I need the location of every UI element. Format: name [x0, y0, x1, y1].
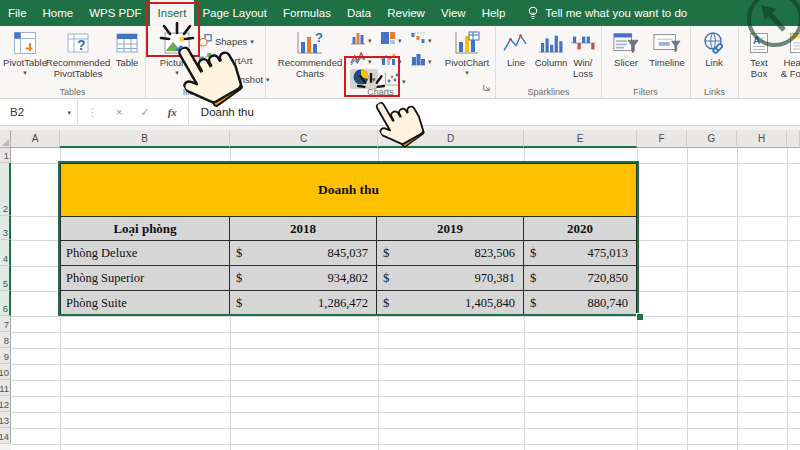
- column-chart-dropdown-icon[interactable]: ▾: [368, 37, 372, 44]
- row-header-9[interactable]: 9: [0, 348, 11, 364]
- row-header-3[interactable]: 3: [0, 216, 11, 240]
- table-button[interactable]: Table: [112, 29, 142, 69]
- winloss-line1: Win/: [573, 57, 592, 68]
- tab-help[interactable]: Help: [474, 0, 514, 26]
- cell-deluxe-2018[interactable]: $845,037: [230, 241, 376, 265]
- row-header-12[interactable]: 12: [0, 396, 11, 412]
- fill-handle[interactable]: [636, 313, 644, 321]
- value: 475,013: [587, 246, 628, 261]
- winloss-line2: Loss: [573, 68, 593, 79]
- cell-superior-2019[interactable]: $970,381: [377, 266, 523, 290]
- row-header-4[interactable]: 4: [0, 240, 11, 266]
- table-label: Table: [116, 58, 139, 69]
- row-header-2[interactable]: 2: [0, 163, 11, 216]
- row-header-13[interactable]: 13: [0, 412, 11, 428]
- cell-suite-2020[interactable]: $880,740: [524, 291, 636, 315]
- insert-waterfall-chart-button[interactable]: ▾: [410, 30, 432, 50]
- cell-room-deluxe[interactable]: Phòng Deluxe: [61, 241, 229, 265]
- row-header-5[interactable]: 5: [0, 266, 11, 291]
- column-header-E[interactable]: E: [524, 130, 637, 148]
- tab-page-layout[interactable]: Page Layout: [194, 0, 275, 26]
- row-header-8[interactable]: 8: [0, 332, 11, 348]
- column-header-A[interactable]: A: [11, 130, 60, 148]
- pivotchart-button[interactable]: PivotChart ▾: [442, 29, 492, 76]
- name-box[interactable]: B2 ▾: [0, 99, 78, 125]
- cell-header-2020[interactable]: 2020: [524, 217, 636, 240]
- row-header-1[interactable]: 1: [0, 148, 11, 163]
- column-header-B[interactable]: B: [60, 130, 230, 148]
- insert-histogram-chart-button[interactable]: ▾: [410, 51, 432, 71]
- recommended-charts-icon: ?: [296, 29, 324, 57]
- sparkline-winloss-button[interactable]: Win/Loss: [569, 29, 597, 79]
- link-icon: [702, 29, 726, 57]
- shapes-dropdown-icon[interactable]: ▾: [250, 38, 254, 45]
- enter-button[interactable]: ✓: [131, 106, 158, 119]
- cell-title[interactable]: Doanh thu: [61, 164, 636, 216]
- recommended-pivottables-icon: ?: [66, 29, 90, 57]
- column-header-F[interactable]: F: [637, 130, 687, 148]
- value: 1,405,840: [465, 296, 515, 311]
- waterfall-chart-dropdown-icon[interactable]: ▾: [428, 37, 432, 44]
- column-header-G[interactable]: G: [687, 130, 737, 148]
- gridline-horizontal: [11, 316, 800, 317]
- tab-wps-pdf[interactable]: WPS PDF: [81, 0, 149, 26]
- select-all-button[interactable]: [0, 130, 11, 148]
- row-header-11[interactable]: 11: [0, 380, 11, 396]
- tab-view[interactable]: View: [433, 0, 474, 26]
- cell-superior-2020[interactable]: $720,850: [524, 266, 636, 290]
- sparkline-column-icon: [537, 29, 565, 57]
- tab-file[interactable]: File: [0, 0, 35, 26]
- scatter-chart-dropdown-icon[interactable]: ▾: [402, 78, 406, 85]
- sparkline-column-button[interactable]: Column: [533, 29, 569, 69]
- tell-me-box[interactable]: Tell me what you want to do: [527, 0, 687, 26]
- timeline-button[interactable]: Timeline: [647, 29, 687, 69]
- slicer-button[interactable]: Slicer: [609, 29, 643, 69]
- value: 880,740: [587, 296, 628, 311]
- cell-header-2019[interactable]: 2019: [377, 217, 523, 240]
- cell-deluxe-2020[interactable]: $475,013: [524, 241, 636, 265]
- cell-suite-2019[interactable]: $1,405,840: [377, 291, 523, 315]
- cell-header-room-type[interactable]: Loại phòng: [61, 217, 229, 240]
- charts-dialog-launcher-icon[interactable]: [482, 78, 491, 96]
- column-header-H[interactable]: H: [737, 130, 787, 148]
- recommended-charts-button[interactable]: ? Recommended Charts: [278, 29, 342, 79]
- sparkline-line-button[interactable]: Line: [501, 29, 531, 69]
- pivotchart-dropdown-icon[interactable]: ▾: [465, 69, 469, 76]
- pivottable-dropdown-icon[interactable]: ▾: [23, 69, 27, 76]
- cell-room-superior[interactable]: Phòng Superior: [61, 266, 229, 290]
- column-header-C[interactable]: C: [230, 130, 378, 148]
- name-box-dropdown-icon[interactable]: ▾: [67, 109, 71, 116]
- link-button[interactable]: Link: [699, 29, 729, 69]
- cell-header-2018[interactable]: 2018: [230, 217, 376, 240]
- cell-superior-2018[interactable]: $934,802: [230, 266, 376, 290]
- tab-review[interactable]: Review: [379, 0, 433, 26]
- pivottable-button[interactable]: PivotTable ▾: [4, 29, 46, 76]
- timeline-icon: [653, 29, 681, 57]
- insert-hierarchy-chart-button[interactable]: ▾: [380, 30, 402, 50]
- row-header-6[interactable]: 6: [0, 291, 11, 316]
- sheet-grid[interactable]: ABCDEFGH 1234567891011121314 Doanh thu L…: [0, 126, 800, 450]
- tab-data[interactable]: Data: [339, 0, 379, 26]
- ribbon: PivotTable ▾ ? Recommended PivotTables T…: [0, 26, 800, 99]
- cell-suite-2018[interactable]: $1,286,472: [230, 291, 376, 315]
- insert-function-button[interactable]: fx: [159, 106, 186, 118]
- row-header-14[interactable]: 14: [0, 428, 11, 444]
- cell-deluxe-2019[interactable]: $823,506: [377, 241, 523, 265]
- pivotchart-label: PivotChart: [445, 58, 489, 69]
- group-sparklines: Line Column Win/Loss Sparklines: [496, 26, 602, 98]
- gridline-horizontal: [11, 396, 800, 397]
- hierarchy-chart-dropdown-icon[interactable]: ▾: [398, 37, 402, 44]
- menu-bar: File Home WPS PDF Insert Page Layout For…: [0, 0, 800, 26]
- recommended-pivottables-button[interactable]: ? Recommended PivotTables: [46, 29, 110, 79]
- formula-bar-separator-icon: ⋮: [78, 106, 107, 119]
- cell-room-suite[interactable]: Phòng Suite: [61, 291, 229, 315]
- cancel-button[interactable]: ×: [107, 106, 131, 118]
- row-header-7[interactable]: 7: [0, 316, 11, 332]
- sparkline-column-label: Column: [535, 58, 568, 69]
- tab-formulas[interactable]: Formulas: [275, 0, 339, 26]
- histogram-chart-dropdown-icon[interactable]: ▾: [428, 58, 432, 65]
- value: 720,850: [587, 271, 628, 286]
- row-header-10[interactable]: 10: [0, 364, 11, 380]
- insert-column-chart-button[interactable]: ▾: [350, 30, 372, 50]
- tab-home[interactable]: Home: [35, 0, 82, 26]
